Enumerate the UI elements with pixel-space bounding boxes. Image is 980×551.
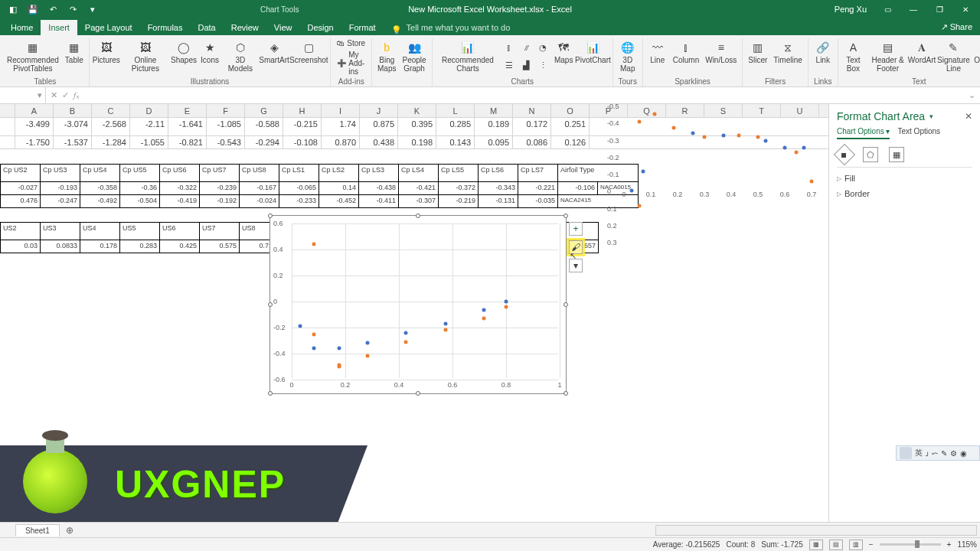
fill-line-icon[interactable]: ◆ (834, 144, 855, 165)
tab-home[interactable]: Home (3, 20, 41, 35)
tab-design[interactable]: Design (299, 20, 341, 35)
zoom-level[interactable]: 115% (957, 540, 977, 549)
sparkline-column-button[interactable]: ⫿Column (671, 38, 701, 66)
column-header[interactable]: H (283, 104, 322, 117)
autosave-icon[interactable]: ◧ (6, 2, 20, 16)
new-sheet-button[interactable]: ⊕ (63, 523, 77, 537)
normal-view-button[interactable]: ▦ (809, 540, 823, 550)
tab-data[interactable]: Data (190, 20, 223, 35)
text-options-tab[interactable]: Text Options (897, 127, 940, 139)
share-button[interactable]: ↗ Share (933, 19, 980, 35)
column-header[interactable]: M (475, 104, 513, 117)
fill-section[interactable]: Fill (837, 174, 972, 183)
bing-maps-button[interactable]: bBing Maps (375, 38, 398, 74)
sparkline-line-button[interactable]: 〰Line (646, 38, 669, 66)
people-graph-button[interactable]: 👥People Graph (400, 38, 428, 74)
chart-elements-button[interactable]: + (569, 222, 583, 236)
column-header[interactable]: D (130, 104, 168, 117)
column-header[interactable]: C (92, 104, 130, 117)
qat-customize-icon[interactable]: ▾ (86, 2, 100, 16)
timeline-button[interactable]: ⧖Timeline (771, 38, 804, 66)
expand-formula-bar-icon[interactable]: ⌄ (964, 90, 980, 100)
sparkline-winloss-button[interactable]: ≡Win/Loss (703, 38, 739, 66)
store-button[interactable]: 🛍 Store (334, 38, 368, 48)
pictures-button[interactable]: 🖼Pictures (93, 38, 120, 66)
shapes-button[interactable]: ◯Shapes (171, 38, 197, 66)
tab-insert[interactable]: Insert (41, 20, 77, 35)
border-section[interactable]: Border (837, 189, 972, 198)
wordart-button[interactable]: 𝐀WordArt (910, 38, 933, 66)
text-box-button[interactable]: AText Box (841, 38, 865, 74)
recommended-pivottables-button[interactable]: ▦Recommended PivotTables (5, 38, 61, 74)
column-header[interactable]: E (168, 104, 207, 117)
user-name[interactable]: Peng Xu (835, 5, 867, 14)
smartart-button[interactable]: ◈SmartArt (260, 38, 289, 66)
tell-me-search[interactable]: Tell me what you want to do (402, 20, 515, 35)
my-addins-button[interactable]: ➕ My Add-ins (334, 50, 368, 77)
minimize-button[interactable]: — (902, 0, 925, 18)
3d-map-button[interactable]: 🌐3D Map (616, 38, 639, 74)
secondary-chart[interactable]: -0.5-0.4-0.3-0.2-0.100.10.20.300.10.20.3… (609, 106, 823, 243)
insert-function-icon[interactable]: 𝑓ₓ (74, 90, 80, 100)
undo-icon[interactable]: ↶ (46, 2, 60, 16)
close-pane-icon[interactable]: ✕ (965, 111, 972, 122)
effects-icon[interactable]: ⬠ (863, 147, 878, 162)
size-properties-icon[interactable]: ▦ (889, 147, 904, 162)
scatter-chart-icon[interactable]: ⋮ (535, 57, 550, 73)
column-header[interactable]: I (322, 104, 360, 117)
column-header[interactable]: K (398, 104, 436, 117)
enter-formula-icon[interactable]: ✓ (62, 90, 69, 100)
line-chart-icon[interactable]: ⫽ (518, 40, 534, 55)
tab-view[interactable]: View (266, 20, 300, 35)
column-header[interactable]: B (54, 104, 92, 117)
signature-line-button[interactable]: ✎Signature Line (935, 38, 972, 74)
column-header[interactable]: L (436, 104, 475, 117)
column-header[interactable]: A (15, 104, 54, 117)
column-header[interactable]: F (207, 104, 245, 117)
tab-format[interactable]: Format (341, 20, 384, 35)
language-bar[interactable]: 英ᴊ⤺✎⚙◉ (896, 445, 980, 461)
bar-chart-icon[interactable]: ☰ (501, 57, 517, 73)
worksheet-grid[interactable]: ABCDEFGHIJKLMNOPQRSTU -3.499-3.074-2.568… (0, 104, 828, 522)
horizontal-scrollbar[interactable] (655, 525, 977, 536)
page-layout-view-button[interactable]: ▤ (829, 540, 843, 550)
save-icon[interactable]: 💾 (26, 2, 40, 16)
maximize-button[interactable]: ❐ (928, 0, 951, 18)
embedded-chart[interactable]: 00.20.40.60.81-0.6-0.4-0.200.20.40.6 + 🖌… (270, 215, 567, 394)
column-header[interactable]: G (245, 104, 283, 117)
3d-models-button[interactable]: ⬡3D Models (223, 38, 258, 74)
area-chart-icon[interactable]: ▟ (518, 57, 534, 73)
maps-button[interactable]: 🗺Maps (552, 38, 575, 66)
pivotchart-button[interactable]: 📊PivotChart (577, 38, 609, 66)
name-box[interactable]: ▾ (0, 87, 46, 103)
cancel-formula-icon[interactable]: ✕ (51, 90, 57, 100)
online-pictures-button[interactable]: 🖼Online Pictures (122, 38, 169, 74)
formula-input[interactable] (84, 90, 964, 102)
icons-button[interactable]: ★Icons (198, 38, 221, 66)
redo-icon[interactable]: ↷ (66, 2, 80, 16)
link-button[interactable]: 🔗Link (812, 38, 835, 66)
zoom-slider[interactable] (880, 543, 941, 546)
table-button[interactable]: ▦Table (63, 38, 86, 66)
avatar-icon (900, 447, 912, 459)
recommended-charts-button[interactable]: 📊Recommended Charts (436, 38, 500, 74)
chart-options-tab[interactable]: Chart Options ▾ (837, 127, 890, 139)
column-chart-icon[interactable]: ⫿ (501, 40, 517, 55)
close-button[interactable]: ✕ (954, 0, 977, 18)
page-break-view-button[interactable]: ▥ (849, 540, 863, 550)
column-header[interactable]: N (513, 104, 551, 117)
header-footer-button[interactable]: ▤Header & Footer (867, 38, 909, 74)
zoom-out-button[interactable]: − (869, 540, 874, 549)
sheet-tab-1[interactable]: Sheet1 (15, 524, 60, 536)
ribbon-display-icon[interactable]: ▭ (876, 0, 899, 18)
column-header[interactable]: J (360, 104, 398, 117)
zoom-in-button[interactable]: + (947, 540, 952, 549)
pie-chart-icon[interactable]: ◔ (535, 40, 550, 55)
slicer-button[interactable]: ▥Slicer (746, 38, 769, 66)
tab-formulas[interactable]: Formulas (140, 20, 191, 35)
column-header[interactable]: O (551, 104, 590, 117)
tab-page-layout[interactable]: Page Layout (77, 20, 140, 35)
tab-review[interactable]: Review (224, 20, 266, 35)
object-button[interactable]: ▢Object (974, 38, 980, 66)
screenshot-button[interactable]: ▢Screenshot (290, 38, 327, 66)
